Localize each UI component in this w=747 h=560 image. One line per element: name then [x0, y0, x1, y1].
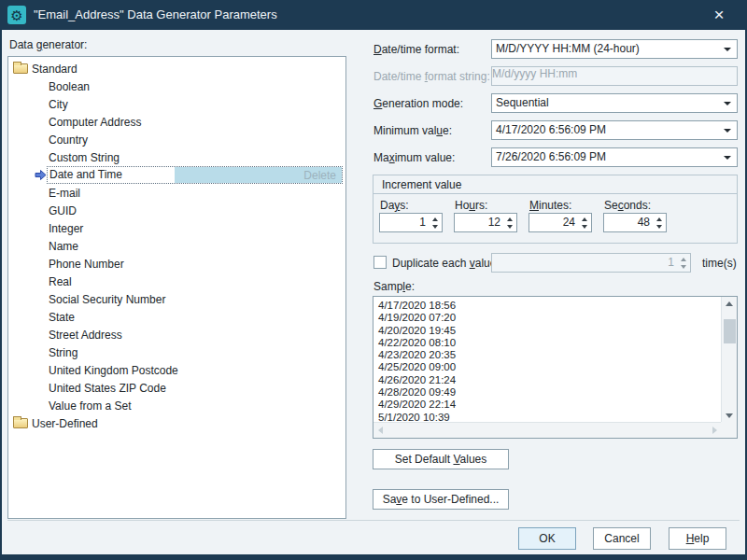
- help-button[interactable]: Help: [669, 527, 726, 550]
- tree-item-e-mail[interactable]: E-mail: [8, 184, 345, 202]
- days-spinner[interactable]: 1: [379, 213, 443, 232]
- format-string-input: M/d/yyyy HH:mm: [491, 66, 738, 86]
- scroll-up-icon[interactable]: [726, 301, 733, 306]
- seconds-spinner[interactable]: 48: [603, 213, 667, 232]
- chevron-down-icon: [724, 156, 731, 160]
- spin-down-icon[interactable]: [507, 225, 513, 229]
- tree-item-date-and-time[interactable]: Date and Time Delete: [8, 166, 345, 184]
- sample-item: 5/1/2020 10:39: [378, 412, 721, 422]
- chevron-down-icon: [724, 48, 731, 51]
- tree-item-phone-number[interactable]: Phone Number: [8, 255, 345, 273]
- sample-item: 4/28/2020 09:49: [378, 386, 721, 399]
- minimum-value-combo[interactable]: 4/17/2020 6:56:09 PM: [491, 120, 738, 140]
- sample-item: 4/19/2020 07:20: [378, 312, 721, 324]
- horizontal-scrollbar[interactable]: [374, 422, 722, 438]
- footer-separator: [7, 520, 740, 521]
- minutes-spinner[interactable]: 24: [529, 213, 592, 232]
- tree-item-custom-string[interactable]: Custom String: [8, 148, 345, 166]
- spin-down-icon[interactable]: [582, 225, 587, 229]
- sample-item: 4/20/2020 19:45: [378, 325, 721, 337]
- chevron-down-icon: [724, 102, 731, 105]
- sample-item: 4/23/2020 20:35: [378, 349, 721, 361]
- spin-up-icon[interactable]: [656, 217, 662, 221]
- folder-icon: [13, 418, 28, 428]
- title-bar: ⚙ "Email_Address" Data Generator Paramet…: [0, 0, 747, 30]
- maximum-value-label: Maximum value:: [374, 151, 455, 164]
- window-title: "Email_Address" Data Generator Parameter…: [34, 0, 277, 30]
- data-generator-label: Data generator:: [9, 38, 87, 51]
- sample-item: 4/22/2020 08:10: [378, 337, 721, 349]
- tree-item-computer-address[interactable]: Computer Address: [8, 113, 345, 131]
- vertical-scrollbar[interactable]: [721, 297, 737, 423]
- selected-row-highlight: Delete: [175, 167, 342, 183]
- hours-spinner[interactable]: 12: [454, 213, 517, 232]
- close-icon: ×: [713, 5, 724, 25]
- duplicate-each-value-checkbox[interactable]: [374, 256, 387, 269]
- focused-node-arrow-icon: [35, 169, 47, 181]
- generation-mode-label: Generation mode:: [374, 97, 463, 110]
- data-generator-tree[interactable]: Standard Boolean City Computer Address C…: [7, 56, 346, 519]
- spin-up-icon[interactable]: [507, 217, 513, 221]
- spin-up-icon: [681, 258, 686, 261]
- tree-item-city[interactable]: City: [8, 95, 345, 113]
- sample-list[interactable]: 4/17/2020 18:56 4/19/2020 07:20 4/20/202…: [373, 296, 738, 439]
- spin-down-icon[interactable]: [656, 225, 662, 229]
- seconds-label: Seconds:: [604, 199, 651, 212]
- tree-item-guid[interactable]: GUID: [8, 202, 345, 219]
- scroll-down-icon[interactable]: [726, 413, 733, 418]
- window-border-left: [0, 30, 2, 560]
- sample-item: 4/29/2020 22:14: [378, 399, 721, 411]
- gear-icon: ⚙: [10, 8, 22, 22]
- datetime-format-combo[interactable]: M/D/YYYY HH:MM (24-hour): [491, 39, 738, 59]
- minutes-label: Minutes:: [529, 199, 571, 212]
- folder-icon: [13, 63, 28, 74]
- selected-tree-row[interactable]: Date and Time Delete: [47, 166, 343, 184]
- save-to-user-defined-button[interactable]: Save to User-Defined...: [373, 489, 509, 510]
- tree-item-street-address[interactable]: Street Address: [8, 326, 345, 343]
- tree-item-united-states-zip-code[interactable]: United States ZIP Code: [8, 379, 345, 397]
- sample-item: 4/26/2020 21:24: [378, 374, 721, 386]
- tree-item-united-kingdom-postcode[interactable]: United Kingdom Postcode: [8, 361, 345, 379]
- duplicate-each-value-label: Duplicate each value: [392, 257, 496, 270]
- tree-item-user-defined[interactable]: User-Defined: [8, 414, 345, 432]
- tree-item-standard[interactable]: Standard: [8, 60, 345, 77]
- generation-mode-combo[interactable]: Sequential: [491, 93, 738, 113]
- tree-item-real[interactable]: Real: [8, 273, 345, 290]
- tree-item-string[interactable]: String: [8, 343, 345, 361]
- tree-item-state[interactable]: State: [8, 308, 345, 326]
- spin-up-icon[interactable]: [582, 217, 587, 221]
- duplicate-count-spinner: 1: [491, 253, 691, 273]
- sample-item: 4/17/2020 18:56: [378, 300, 721, 312]
- tree-item-name[interactable]: Name: [8, 237, 345, 255]
- sample-item: 4/25/2020 09:00: [378, 361, 721, 373]
- delete-node-button[interactable]: Delete: [303, 169, 336, 182]
- spin-up-icon[interactable]: [432, 217, 438, 221]
- dialog-window: ⚙ "Email_Address" Data Generator Paramet…: [0, 0, 747, 560]
- increment-value-group: Increment value Days: 1 Hours: 12 Minute…: [373, 175, 738, 244]
- scrollbar-corner: [721, 422, 737, 438]
- chevron-down-icon: [724, 129, 731, 133]
- tree-item-value-from-a-set[interactable]: Value from a Set: [8, 397, 345, 414]
- hours-label: Hours:: [455, 199, 487, 212]
- set-default-values-button[interactable]: Set Default Values: [373, 449, 509, 469]
- spin-down-icon: [681, 265, 686, 269]
- tree-item-boolean[interactable]: Boolean: [8, 77, 345, 95]
- tree-item-social-security-number[interactable]: Social Security Number: [8, 290, 345, 308]
- vertical-scroll-thumb[interactable]: [724, 319, 736, 343]
- days-label: Days:: [380, 199, 409, 212]
- spin-down-icon[interactable]: [432, 225, 438, 229]
- sample-label: Sample:: [374, 280, 415, 293]
- ok-button[interactable]: OK: [518, 527, 576, 550]
- format-string-label: Date/time format string:: [374, 70, 490, 83]
- tree-item-integer[interactable]: Integer: [8, 219, 345, 237]
- tree-item-country[interactable]: Country: [8, 131, 345, 148]
- cancel-button[interactable]: Cancel: [593, 527, 651, 550]
- maximum-value-combo[interactable]: 7/26/2020 6:56:09 PM: [491, 147, 738, 167]
- scroll-right-icon[interactable]: [712, 427, 717, 434]
- times-suffix-label: time(s): [702, 257, 737, 270]
- minimum-value-label: Minimum value:: [374, 124, 452, 137]
- close-button[interactable]: ×: [698, 0, 740, 30]
- sample-items: 4/17/2020 18:56 4/19/2020 07:20 4/20/202…: [374, 297, 721, 422]
- app-gear-icon: ⚙: [7, 6, 26, 24]
- scroll-left-icon[interactable]: [378, 427, 383, 434]
